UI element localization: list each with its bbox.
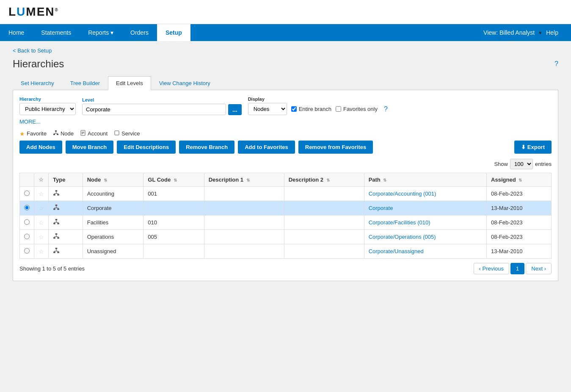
row-radio-4[interactable] bbox=[24, 248, 30, 254]
action-buttons: Add Nodes Move Branch Edit Descriptions … bbox=[19, 141, 552, 154]
path-sort-icon[interactable]: ⇅ bbox=[383, 178, 386, 182]
type-node-icon bbox=[53, 206, 60, 212]
cell-radio bbox=[20, 201, 34, 215]
assigned-sort-icon[interactable]: ⇅ bbox=[519, 178, 522, 182]
back-link[interactable]: < Back to Setup bbox=[13, 47, 52, 54]
row-radio-3[interactable] bbox=[24, 234, 30, 239]
nav-item-home[interactable]: Home bbox=[0, 24, 33, 41]
cell-path[interactable]: Corporate/Unassigned bbox=[364, 244, 486, 259]
desc2-sort-icon[interactable]: ⇅ bbox=[326, 178, 330, 182]
cell-path[interactable]: Corporate/Operations (005) bbox=[364, 230, 486, 244]
col-gl-code: GL Code ⇅ bbox=[143, 173, 204, 187]
path-link-3[interactable]: Corporate/Operations (005) bbox=[369, 234, 436, 240]
level-dots-button[interactable]: ... bbox=[228, 104, 242, 115]
page-1-button[interactable]: 1 bbox=[510, 263, 524, 274]
legend: ★ Favorite Node bbox=[19, 130, 552, 137]
tab-set-hierarchy[interactable]: Set Hierarchy bbox=[13, 76, 62, 90]
row-star-4[interactable]: ☆ bbox=[39, 248, 44, 255]
row-radio-2[interactable] bbox=[24, 219, 30, 225]
cell-assigned: 13-Mar-2010 bbox=[487, 201, 552, 215]
row-star-3[interactable]: ☆ bbox=[39, 234, 44, 240]
path-link-1[interactable]: Corporate bbox=[369, 205, 393, 211]
cell-star: ☆ bbox=[34, 244, 49, 259]
remove-branch-button[interactable]: Remove Branch bbox=[179, 141, 234, 154]
col-radio bbox=[20, 173, 34, 187]
cell-assigned: 08-Feb-2023 bbox=[487, 230, 552, 244]
row-star-2[interactable]: ☆ bbox=[39, 219, 44, 226]
path-link-4[interactable]: Corporate/Unassigned bbox=[369, 248, 424, 254]
service-icon bbox=[114, 130, 120, 137]
legend-account-label: Account bbox=[88, 130, 108, 137]
cell-node: Unassigned bbox=[83, 244, 143, 259]
filter-help-icon[interactable]: ? bbox=[384, 105, 388, 113]
favorites-only-label: Favorites only bbox=[343, 106, 378, 112]
cell-desc2 bbox=[284, 230, 364, 244]
tab-tree-builder[interactable]: Tree Builder bbox=[62, 76, 108, 90]
nav-item-reports[interactable]: Reports ▾ bbox=[80, 24, 122, 41]
svg-rect-28 bbox=[57, 223, 59, 224]
cell-node: Operations bbox=[83, 230, 143, 244]
col-star: ☆ bbox=[34, 173, 49, 187]
type-node-icon bbox=[53, 235, 60, 241]
cell-path[interactable]: Corporate bbox=[364, 201, 486, 215]
gl-sort-icon[interactable]: ⇅ bbox=[174, 178, 177, 182]
page-title-row: Hierarchies ? bbox=[13, 58, 558, 70]
next-button[interactable]: Next › bbox=[526, 263, 552, 274]
add-nodes-button[interactable]: Add Nodes bbox=[19, 141, 62, 154]
col-assigned: Assigned ⇅ bbox=[487, 173, 552, 187]
showing-text: Showing 1 to 5 of 5 entries bbox=[19, 265, 85, 272]
hierarchy-select[interactable]: Public Hierarchy bbox=[19, 103, 76, 115]
row-star-0[interactable]: ☆ bbox=[39, 190, 44, 197]
page-help-icon[interactable]: ? bbox=[554, 60, 558, 68]
nav-help[interactable]: Help bbox=[542, 24, 563, 41]
favorites-only-checkbox[interactable] bbox=[336, 106, 341, 112]
data-table: ☆ Type Node ⇅ GL Code ⇅ Description 1 ⇅ … bbox=[19, 173, 552, 259]
add-to-favorites-button[interactable]: Add to Favorites bbox=[238, 141, 295, 154]
col-type: Type bbox=[49, 173, 83, 187]
legend-favorite-label: Favorite bbox=[27, 130, 47, 137]
node-sort-icon[interactable]: ⇅ bbox=[104, 178, 107, 182]
entire-branch-label: Entire branch bbox=[299, 106, 331, 112]
row-radio-1[interactable] bbox=[24, 205, 30, 210]
cell-path[interactable]: Corporate/Facilities (010) bbox=[364, 215, 486, 230]
edit-descriptions-button[interactable]: Edit Descriptions bbox=[117, 141, 176, 154]
more-link[interactable]: MORE... bbox=[19, 119, 41, 125]
nav-item-statements[interactable]: Statements bbox=[33, 24, 80, 41]
cell-gl-code: 001 bbox=[143, 187, 204, 201]
remove-from-favorites-button[interactable]: Remove from Favorites bbox=[298, 141, 373, 154]
cell-radio bbox=[20, 215, 34, 230]
cell-desc2 bbox=[284, 244, 364, 259]
path-link-0[interactable]: Corporate/Accounting (001) bbox=[369, 190, 436, 197]
display-select[interactable]: Nodes Accounts Services bbox=[248, 103, 287, 115]
cell-gl-code: 005 bbox=[143, 230, 204, 244]
entire-branch-checkbox[interactable] bbox=[291, 106, 297, 112]
svg-rect-34 bbox=[53, 237, 55, 238]
row-star-1[interactable]: ☆ bbox=[39, 205, 44, 212]
cell-star: ☆ bbox=[34, 201, 49, 215]
export-button[interactable]: ⬇ Export bbox=[514, 141, 552, 154]
nav-item-orders[interactable]: Orders bbox=[122, 24, 157, 41]
nav-item-setup[interactable]: Setup bbox=[157, 24, 190, 41]
tab-view-change-history[interactable]: View Change History bbox=[151, 76, 218, 90]
type-node-icon bbox=[53, 191, 60, 198]
svg-rect-1 bbox=[53, 134, 55, 135]
legend-node-label: Node bbox=[61, 130, 74, 137]
table-row: ☆Accounting001Corporate/Accounting (001)… bbox=[20, 187, 552, 201]
level-input[interactable] bbox=[82, 104, 226, 115]
cell-path[interactable]: Corporate/Accounting (001) bbox=[364, 187, 486, 201]
row-radio-0[interactable] bbox=[24, 190, 30, 196]
legend-account: Account bbox=[80, 130, 108, 137]
svg-rect-13 bbox=[53, 194, 55, 195]
nav-view-analyst[interactable]: View: Billed Analyst bbox=[479, 24, 539, 41]
path-link-2[interactable]: Corporate/Facilities (010) bbox=[369, 219, 430, 226]
move-branch-button[interactable]: Move Branch bbox=[66, 141, 114, 154]
tab-edit-levels[interactable]: Edit Levels bbox=[108, 76, 151, 90]
desc1-sort-icon[interactable]: ⇅ bbox=[246, 178, 250, 182]
previous-button[interactable]: ‹ Previous bbox=[474, 263, 510, 274]
cell-desc2 bbox=[284, 201, 364, 215]
entries-select[interactable]: 100 10 25 50 bbox=[510, 159, 533, 169]
hierarchy-filter-group: Hierarchy Public Hierarchy bbox=[19, 97, 76, 115]
cell-desc1 bbox=[204, 230, 284, 244]
cell-desc1 bbox=[204, 244, 284, 259]
svg-rect-35 bbox=[57, 237, 59, 238]
